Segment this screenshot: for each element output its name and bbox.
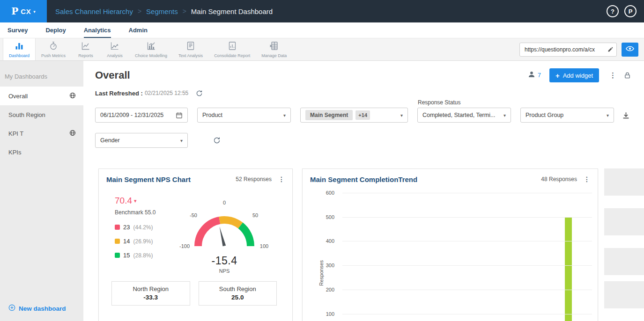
question-mark-icon: ? [611,8,614,15]
last-refreshed-value: 02/21/2025 12:55 [145,90,188,96]
viewers-button[interactable]: 7 [528,71,541,80]
widget-header: Main Segment NPS Chart 52 Responses ⋮ [99,169,292,183]
breadcrumb-separator: > [183,7,186,15]
svg-text:-100: -100 [179,243,190,249]
nps-region-table: North Region -33.3 South Region 25.0 [111,281,277,306]
dashboard-icon [15,41,24,52]
tab-deploy[interactable]: Deploy [45,27,66,38]
last-refreshed-label: Last Refreshed : [95,90,143,97]
chevron-down-icon: ▾ [283,113,286,118]
help-button[interactable]: ? [607,5,619,17]
breadcrumb-sales-channel-hierarchy[interactable]: Sales Channel Hierarchy [55,7,133,15]
date-range-picker[interactable]: 06/11/2009 - 12/31/2025 [95,108,188,123]
breadcrumb-separator: > [138,7,141,15]
download-icon[interactable] [622,111,630,119]
toolbar-item-analysis[interactable]: Analysis [100,38,129,60]
nps-body: 70.4 ▾ Benchmark 55.0 23 (44.2%) [99,183,292,277]
product-filter[interactable]: Product ▾ [197,108,291,123]
nps-gauge: 0 -50 50 -100 100 -15.4 NPS [173,199,276,274]
chevron-down-icon: ▾ [180,138,183,143]
nps-widget: Main Segment NPS Chart 52 Responses ⋮ 70… [98,168,293,321]
passives-swatch [115,239,120,244]
toolbar-item-choice-modelling[interactable]: Choice Modelling [129,38,173,60]
product-group-filter[interactable]: Product Group ▾ [520,108,614,123]
sidebar-heading: My Dashboards [0,61,83,87]
svg-text:-50: -50 [190,212,197,218]
new-dashboard-button[interactable]: New dashboard [8,304,66,313]
questionpro-mark-icon: P [629,8,633,15]
dashboards-sidebar: My Dashboards Overall South Region KPI T… [0,61,83,321]
dashboard-menu-kebab[interactable]: ⋮ [609,71,616,80]
nps-gauge-chart: 0 -50 50 -100 100 [173,199,276,255]
breadcrumb-segments[interactable]: Segments [146,7,178,15]
nps-legend: 23 (44.2%) 14 (26.9%) 15 ( [115,224,155,259]
svg-text:100: 100 [260,243,268,249]
toolbar-spacer [292,38,519,60]
questionpro-account-button[interactable]: P [624,5,637,17]
nps-gauge-unit-label: NPS [173,268,276,274]
widget-title: Main Segment NPS Chart [106,175,236,183]
sidebar-item-kpis[interactable]: KPIs [0,143,83,161]
dashboard-url-field [519,43,617,57]
toolbar-item-consolidate-report[interactable]: Consolidate Report [208,38,256,60]
toolbar-item-text-analysis[interactable]: Text Analysis [173,38,208,60]
consolidate-report-icon [228,41,237,52]
preview-eye-button[interactable] [622,43,638,57]
gender-filter[interactable]: Gender ▾ [95,133,188,148]
viewers-count: 7 [538,72,541,79]
segment-filter[interactable]: Main Segment +14 ▾ [300,108,408,123]
segment-more-badge: +14 [355,110,370,120]
text-analysis-icon [186,41,195,52]
tab-analytics[interactable]: Analytics [84,27,111,38]
tab-survey[interactable]: Survey [7,27,28,38]
response-status-filter[interactable]: Response Status Completed, Started, Term… [417,108,511,123]
loading-widget-placeholder [604,208,644,235]
gauge-needle [218,226,226,246]
dashboard-main: Overall 7 + Add widget ⋮ Last Refreshed … [83,61,644,321]
toolbar-item-push-metrics[interactable]: Push Metrics [36,38,71,60]
push-metrics-icon [49,41,58,52]
promoters-swatch [115,253,120,258]
filters-refresh-icon[interactable] [213,137,221,144]
app-root: P CX ▾ Sales Channel Hierarchy > Segment… [0,0,644,321]
sidebar-item-overall[interactable]: Overall [0,87,83,105]
response-status-label: Response Status [418,99,460,106]
toolbar-item-reports[interactable]: Reports [71,38,100,60]
chevron-down-icon: ▾ [503,113,506,118]
south-region-cell: South Region 25.0 [199,281,277,306]
lock-icon[interactable] [624,72,631,79]
shared-globe-icon [69,130,76,138]
chevron-down-icon: ▾ [400,113,403,118]
dashboard-actions: 7 + Add widget ⋮ [528,68,631,82]
trend-chart: Responses 600500400300200100 [303,169,598,321]
chevron-down-icon: ▾ [607,113,609,118]
legend-promoters: 15 (28.8%) [115,252,155,259]
responses-count: 52 Responses [236,176,272,182]
toolbar-item-dashboard[interactable]: Dashboard [3,38,36,60]
calendar-icon [176,112,183,119]
tab-admin[interactable]: Admin [129,27,148,38]
refresh-icon[interactable] [196,90,203,97]
loading-widget-placeholder [604,281,644,308]
edit-pencil-icon[interactable] [607,46,614,52]
module-nav: Survey Deploy Analytics Admin [0,22,644,38]
dashboard-url-input[interactable] [519,43,617,57]
analytics-toolbar: Dashboard Push Metrics Reports Analysis … [0,38,644,61]
product-switcher[interactable]: P CX ▾ [0,0,47,22]
plus-icon: + [555,72,560,80]
choice-modelling-icon [147,41,156,52]
sidebar-item-kpi-t[interactable]: KPI T [0,124,83,143]
loading-widget-placeholder [604,168,644,196]
nps-score[interactable]: 70.4 ▾ [115,196,155,206]
widget-menu-kebab[interactable]: ⋮ [278,175,285,183]
breadcrumb: Sales Channel Hierarchy > Segments > Mai… [55,7,607,15]
plus-circle-icon [8,304,15,313]
sidebar-item-south-region[interactable]: South Region [0,105,83,124]
reports-icon [81,41,90,52]
nps-summary: 70.4 ▾ Benchmark 55.0 23 (44.2%) [115,196,155,266]
toolbar-item-manage-data[interactable]: Manage Data [256,38,292,60]
breadcrumb-current-page: Main Segment Dashboard [191,7,273,15]
svg-text:0: 0 [223,200,226,205]
add-widget-button[interactable]: + Add widget [549,68,599,82]
person-icon [528,71,535,80]
